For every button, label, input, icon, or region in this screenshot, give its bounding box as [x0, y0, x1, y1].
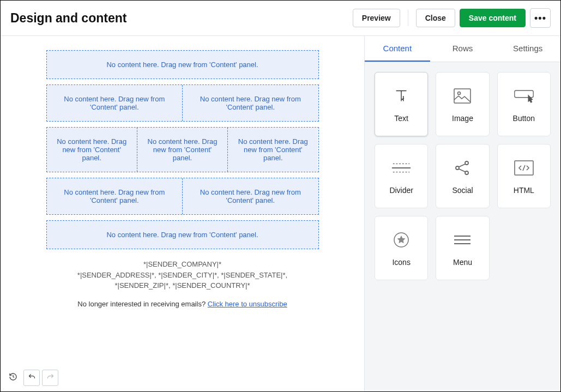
block-label: Icons: [392, 258, 410, 267]
button-icon: [514, 86, 534, 106]
footer-merge-tags: *|SENDER_COMPANY|* *|SENDER_ADDRESS|*, *…: [46, 259, 319, 291]
footer-line: *|SENDER_COMPANY|*: [46, 259, 319, 270]
page-title: Design and content: [10, 11, 353, 26]
sidebar: Content Rows Settings Text Image: [364, 36, 560, 391]
divider-icon: [391, 158, 412, 178]
canvas-area: No content here. Drag new from 'Content'…: [1, 36, 364, 391]
save-button[interactable]: Save content: [460, 9, 526, 27]
history-icon: [9, 372, 17, 383]
block-label: Divider: [389, 186, 413, 195]
undo-icon: [28, 373, 36, 383]
block-text[interactable]: Text: [375, 72, 428, 136]
block-label: Menu: [453, 258, 472, 267]
divider: [408, 10, 408, 26]
row-2col[interactable]: No content here. Drag new from 'Content'…: [46, 178, 319, 215]
cell-empty[interactable]: No content here. Drag new from 'Content'…: [227, 128, 318, 172]
cell-empty[interactable]: No content here. Drag new from 'Content'…: [47, 85, 183, 121]
content-blocks: Text Image Button Divider: [365, 62, 560, 290]
cell-empty[interactable]: No content here. Drag new from 'Content'…: [137, 128, 227, 172]
close-button[interactable]: Close: [416, 9, 455, 27]
more-button[interactable]: •••: [530, 8, 551, 28]
block-html[interactable]: HTML: [497, 144, 551, 208]
redo-icon: [46, 373, 55, 383]
block-label: HTML: [514, 186, 534, 195]
unsub-prefix: No longer interested in receiving emails…: [77, 300, 207, 308]
row-1col[interactable]: No content here. Drag new from 'Content'…: [46, 50, 319, 79]
cell-empty[interactable]: No content here. Drag new from 'Content'…: [47, 128, 137, 172]
icons-icon: [391, 230, 412, 250]
history-bar: [5, 370, 58, 386]
main: No content here. Drag new from 'Content'…: [1, 36, 560, 391]
svg-rect-0: [454, 89, 470, 103]
svg-rect-2: [515, 91, 533, 98]
row-1col[interactable]: No content here. Drag new from 'Content'…: [46, 220, 319, 249]
row-2col[interactable]: No content here. Drag new from 'Content'…: [46, 85, 319, 122]
sidebar-tabs: Content Rows Settings: [365, 36, 560, 62]
cell-empty[interactable]: No content here. Drag new from 'Content'…: [182, 85, 318, 121]
block-image[interactable]: Image: [436, 72, 489, 136]
social-icon: [452, 158, 473, 178]
block-icons[interactable]: Icons: [375, 216, 428, 280]
svg-point-5: [465, 171, 468, 174]
cell-empty[interactable]: No content here. Drag new from 'Content'…: [182, 178, 318, 214]
block-social[interactable]: Social: [436, 144, 489, 208]
cell-empty[interactable]: No content here. Drag new from 'Content'…: [47, 51, 318, 79]
email-canvas: No content here. Drag new from 'Content'…: [46, 50, 319, 308]
tab-settings[interactable]: Settings: [495, 36, 560, 62]
block-divider[interactable]: Divider: [375, 144, 428, 208]
menu-icon: [452, 230, 473, 250]
redo-button[interactable]: [42, 370, 58, 386]
block-label: Button: [513, 114, 535, 123]
undo-button[interactable]: [23, 370, 40, 386]
footer-line: *|SENDER_ZIP|*, *|SENDER_COUNTRY|*: [46, 280, 319, 291]
history-button[interactable]: [5, 370, 21, 386]
block-label: Social: [452, 186, 473, 195]
tab-content[interactable]: Content: [365, 36, 430, 62]
svg-point-3: [456, 166, 459, 170]
cell-empty[interactable]: No content here. Drag new from 'Content'…: [47, 178, 183, 214]
footer-line: *|SENDER_ADDRESS|*, *|SENDER_CITY|*, *|S…: [46, 270, 319, 281]
preview-button[interactable]: Preview: [353, 9, 400, 27]
row-3col[interactable]: No content here. Drag new from 'Content'…: [46, 127, 319, 172]
text-icon: [391, 86, 412, 106]
svg-point-1: [458, 92, 461, 95]
html-icon: [514, 158, 534, 178]
block-menu[interactable]: Menu: [436, 216, 489, 280]
block-label: Text: [394, 114, 408, 123]
block-button[interactable]: Button: [497, 72, 551, 136]
image-icon: [452, 86, 473, 106]
header-actions: Preview Close Save content •••: [353, 8, 551, 28]
tab-rows[interactable]: Rows: [430, 36, 496, 62]
block-label: Image: [452, 114, 473, 123]
unsubscribe-link[interactable]: Click here to unsubscribe: [208, 300, 287, 308]
cell-empty[interactable]: No content here. Drag new from 'Content'…: [47, 221, 318, 249]
header: Design and content Preview Close Save co…: [1, 1, 560, 36]
footer-unsubscribe: No longer interested in receiving emails…: [46, 300, 319, 308]
svg-point-4: [465, 161, 468, 165]
